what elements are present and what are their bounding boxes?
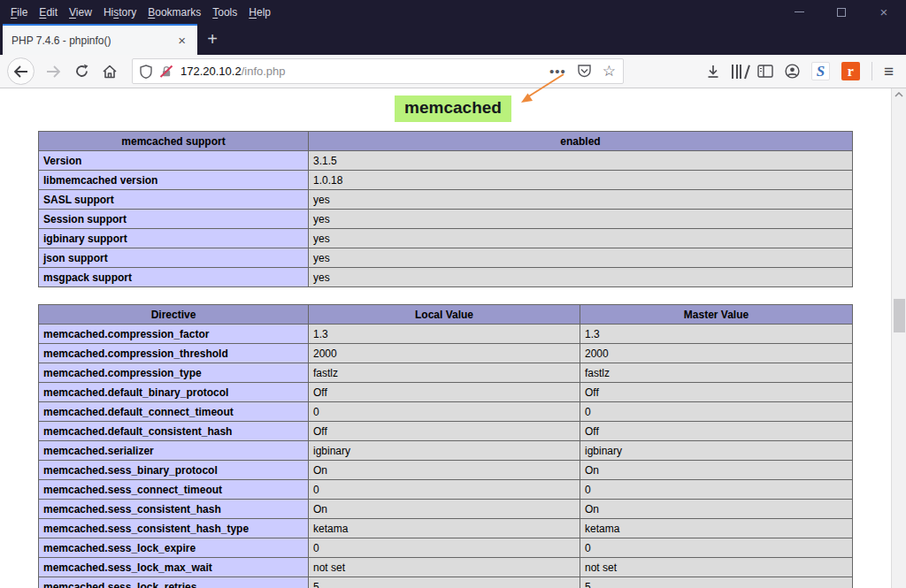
table-header-row: Directive Local Value Master Value	[39, 305, 853, 325]
shield-icon[interactable]	[140, 65, 152, 79]
value-cell: yes	[309, 248, 853, 268]
directive-cell: Session support	[39, 210, 309, 229]
back-icon	[13, 65, 28, 78]
tab-close-icon[interactable]: ×	[175, 34, 188, 47]
directive-cell: memcached.sess_lock_max_wait	[39, 558, 309, 577]
close-window-icon[interactable]: ×	[876, 5, 892, 19]
page-content: memcached memcached support enabled Vers…	[0, 88, 906, 588]
value-cell: On	[580, 461, 853, 480]
value-cell: On	[309, 461, 580, 480]
directive-cell: SASL support	[39, 190, 309, 210]
tab-bar: PHP 7.4.6 - phpinfo() × +	[0, 24, 906, 55]
value-cell: yes	[309, 210, 853, 229]
extension-s-icon[interactable]: S	[811, 62, 830, 80]
table-row: memcached.sess_connect_timeout00	[39, 480, 853, 500]
memcached-directives-table: Directive Local Value Master Value memca…	[38, 304, 853, 588]
table-row: json supportyes	[39, 248, 853, 268]
memcached-support-table: memcached support enabled Version3.1.5li…	[38, 131, 853, 287]
directive-cell: Version	[39, 151, 309, 171]
value-cell: 0	[580, 538, 853, 558]
col-directive: Directive	[39, 305, 309, 325]
reload-button[interactable]	[68, 58, 95, 85]
tab-title: PHP 7.4.6 - phpinfo()	[12, 34, 175, 47]
value-cell: 5	[309, 577, 580, 588]
library-icon[interactable]	[732, 65, 746, 79]
menu-history[interactable]: History	[104, 6, 136, 19]
menu-edit[interactable]: Edit	[39, 6, 58, 19]
directive-cell: libmemcached version	[39, 171, 309, 190]
minimize-icon[interactable]	[791, 5, 807, 19]
pocket-icon[interactable]	[577, 64, 592, 79]
directive-cell: memcached.compression_threshold	[39, 344, 309, 363]
value-cell: Off	[580, 383, 853, 402]
menu-file[interactable]: File	[11, 6, 27, 19]
table-row: memcached.sess_lock_expire00	[39, 538, 853, 558]
directive-cell: json support	[39, 248, 309, 268]
menu-help[interactable]: Help	[249, 6, 271, 19]
window-titlebar: File Edit View History Bookmarks Tools H…	[0, 0, 906, 24]
col-local-value: Local Value	[309, 305, 580, 325]
table-row: memcached.sess_consistent_hashOnOn	[39, 500, 853, 519]
account-icon[interactable]	[785, 64, 800, 79]
table-row: libmemcached version1.0.18	[39, 171, 853, 190]
insecure-lock-icon[interactable]	[159, 65, 173, 79]
menu-hamburger-icon[interactable]: ≡	[884, 62, 894, 81]
value-cell: not set	[309, 558, 580, 577]
value-cell: ketama	[309, 519, 580, 538]
scroll-up-icon[interactable]	[894, 92, 903, 97]
directive-cell: memcached.serializer	[39, 441, 309, 461]
download-icon[interactable]	[706, 65, 720, 79]
value-cell: 0	[309, 480, 580, 500]
bookmark-star-icon[interactable]: ☆	[603, 62, 616, 80]
url-host: 172.20.10.2	[180, 65, 242, 78]
table-row: Version3.1.5	[39, 151, 853, 171]
value-cell: 0	[309, 538, 580, 558]
home-button[interactable]	[96, 58, 123, 85]
value-cell: 1.3	[309, 325, 580, 344]
vertical-scrollbar[interactable]	[891, 88, 906, 588]
annotation-arrow	[509, 69, 571, 111]
section-heading-memcached: memcached	[395, 95, 511, 122]
value-cell: 5	[580, 577, 853, 588]
value-cell: 2000	[580, 344, 853, 363]
support-table-enabled: enabled	[309, 132, 853, 151]
maximize-icon[interactable]	[833, 5, 849, 19]
value-cell: 1.0.18	[309, 171, 853, 190]
url-text[interactable]: 172.20.10.2/info.php	[180, 65, 542, 78]
value-cell: igbinary	[309, 441, 580, 461]
value-cell: 2000	[309, 344, 580, 363]
menu-view[interactable]: View	[69, 6, 92, 19]
directive-cell: memcached.sess_consistent_hash	[39, 500, 309, 519]
table-row: memcached.default_binary_protocolOffOff	[39, 383, 853, 402]
url-path: /info.php	[242, 65, 286, 78]
value-cell: 1.3	[580, 325, 853, 344]
table-row: memcached.sess_consistent_hash_typeketam…	[39, 519, 853, 538]
table-row: memcached.compression_factor1.31.3	[39, 325, 853, 344]
reload-icon	[74, 64, 89, 79]
directive-cell: memcached.sess_lock_expire	[39, 538, 309, 558]
directive-cell: memcached.sess_lock_retries	[39, 577, 309, 588]
table-row: msgpack supportyes	[39, 268, 853, 287]
table-row: memcached.sess_lock_max_waitnot setnot s…	[39, 558, 853, 577]
table-row: memcached.sess_binary_protocolOnOn	[39, 461, 853, 480]
toolbar-separator	[871, 62, 872, 80]
value-cell: Off	[309, 383, 580, 402]
directive-cell: memcached.sess_connect_timeout	[39, 480, 309, 500]
sidebar-icon[interactable]	[757, 65, 773, 78]
directive-cell: memcached.sess_binary_protocol	[39, 461, 309, 480]
directive-cell: memcached.sess_consistent_hash_type	[39, 519, 309, 538]
tab-phpinfo[interactable]: PHP 7.4.6 - phpinfo() ×	[3, 24, 197, 55]
table-row: memcached.default_consistent_hashOffOff	[39, 422, 853, 441]
new-tab-button[interactable]: +	[197, 24, 227, 55]
scrollbar-thumb[interactable]	[894, 299, 905, 332]
support-table-title: memcached support	[39, 132, 309, 151]
directive-cell: igbinary support	[39, 229, 309, 248]
table-row: memcached.serializerigbinaryigbinary	[39, 441, 853, 461]
menu-bookmarks[interactable]: Bookmarks	[148, 6, 201, 19]
extension-r-icon[interactable]: r	[841, 62, 860, 80]
back-button[interactable]	[7, 57, 35, 85]
forward-button[interactable]	[40, 58, 66, 85]
value-cell: yes	[309, 229, 853, 248]
value-cell: 3.1.5	[309, 151, 853, 171]
menu-tools[interactable]: Tools	[212, 6, 237, 19]
